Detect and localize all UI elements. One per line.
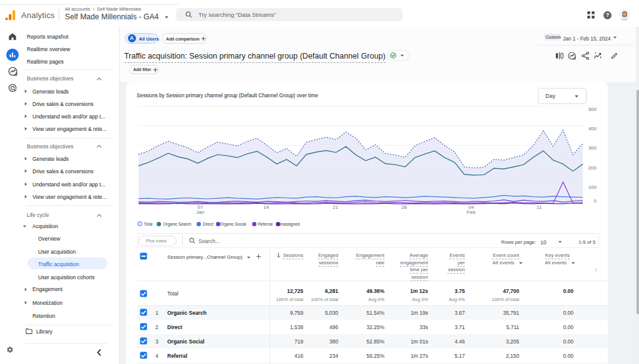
svg-text:300: 300 xyxy=(588,145,597,151)
svg-text:28: 28 xyxy=(401,204,407,210)
svg-text:Feb: Feb xyxy=(467,209,476,215)
svg-text:11: 11 xyxy=(537,204,542,210)
svg-text:400: 400 xyxy=(588,126,597,132)
svg-text:14: 14 xyxy=(263,204,269,210)
svg-text:100: 100 xyxy=(588,184,597,190)
svg-text:Jan: Jan xyxy=(197,209,205,215)
svg-text:500: 500 xyxy=(588,107,597,112)
svg-text:0: 0 xyxy=(594,198,597,204)
svg-text:200: 200 xyxy=(588,165,597,171)
svg-text:21: 21 xyxy=(333,204,338,210)
